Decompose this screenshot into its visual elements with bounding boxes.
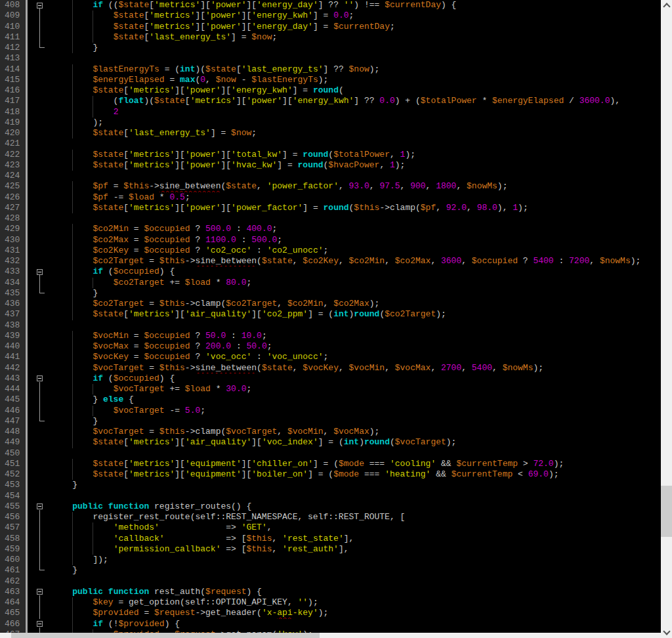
line-number[interactable]: 427 [0, 203, 28, 213]
code-line-text[interactable]: } [52, 565, 661, 576]
code-line-text[interactable]: public function register_routes() { [52, 501, 661, 512]
code-line-text[interactable]: $state['metrics']['power']['energy_kwh']… [52, 85, 661, 96]
code-line-text[interactable]: $state['metrics']['air_quality']['voc_in… [52, 437, 661, 448]
line-number[interactable]: 448 [0, 427, 28, 437]
code-line-text[interactable] [52, 213, 661, 224]
line-number[interactable]: 410 [0, 22, 28, 32]
line-number[interactable]: 436 [0, 299, 28, 309]
line-number[interactable]: 434 [0, 278, 28, 288]
line-number[interactable]: 412 [0, 43, 28, 53]
line-number[interactable]: 441 [0, 352, 28, 362]
code-line-text[interactable]: $vocTarget = $this->sine_between($state,… [52, 363, 661, 373]
line-number[interactable]: 453 [0, 480, 28, 490]
line-number[interactable]: 438 [0, 320, 28, 331]
line-number[interactable]: 408 [0, 0, 28, 11]
line-number[interactable]: 428 [0, 213, 28, 224]
line-number[interactable]: 419 [0, 117, 28, 128]
line-number[interactable]: 431 [0, 245, 28, 256]
horizontal-scrollbar[interactable] [0, 633, 661, 638]
line-number[interactable]: 456 [0, 512, 28, 522]
code-line-text[interactable] [52, 53, 661, 64]
code-line-text[interactable]: $co2Target = $this->sine_between($state,… [52, 256, 661, 266]
fold-collapse-toggle-icon[interactable] [37, 589, 43, 595]
fold-collapse-toggle-icon[interactable] [37, 3, 43, 9]
code-line-text[interactable]: $state['metrics']['equipment']['boiler_o… [52, 469, 661, 480]
vertical-scrollbar[interactable] [661, 0, 672, 638]
line-number[interactable]: 458 [0, 534, 28, 544]
line-number[interactable]: 411 [0, 32, 28, 43]
code-line-text[interactable]: } [52, 480, 661, 490]
fold-collapse-toggle-icon[interactable] [37, 621, 43, 627]
code-line-text[interactable]: $co2Key = $occupied ? 'co2_occ' : 'co2_u… [52, 245, 661, 256]
line-number[interactable]: 435 [0, 288, 28, 299]
code-line-text[interactable]: $state['last_energy_ts'] = $now; [52, 32, 661, 43]
code-line-text[interactable]: $state['metrics']['power']['total_kw'] =… [52, 150, 661, 160]
fold-collapse-toggle-icon[interactable] [37, 503, 43, 509]
line-number[interactable]: 443 [0, 373, 28, 384]
line-number[interactable]: 415 [0, 75, 28, 85]
code-line-text[interactable] [52, 138, 661, 149]
code-line-text[interactable]: $key = get_option(self::OPTION_API_KEY, … [52, 597, 661, 608]
line-number[interactable]: 417 [0, 96, 28, 106]
line-number[interactable]: 439 [0, 331, 28, 341]
code-line-text[interactable]: $co2Max = $occupied ? 1100.0 : 500.0; [52, 235, 661, 245]
line-number[interactable]: 464 [0, 597, 28, 608]
line-number[interactable]: 430 [0, 235, 28, 245]
code-line-text[interactable] [52, 491, 661, 501]
line-number[interactable]: 460 [0, 555, 28, 565]
code-line-text[interactable] [52, 576, 661, 587]
line-number[interactable]: 462 [0, 576, 28, 587]
line-number[interactable]: 451 [0, 459, 28, 469]
line-number[interactable]: 455 [0, 501, 28, 512]
line-number[interactable]: 413 [0, 53, 28, 64]
code-line-text[interactable] [52, 171, 661, 181]
code-line-text[interactable]: $state['last_energy_ts'] = $now; [52, 128, 661, 138]
line-number[interactable]: 440 [0, 341, 28, 352]
code-line-text[interactable]: $vocTarget -= 5.0; [52, 406, 661, 416]
code-line-text[interactable]: $state['metrics']['power']['hvac_kw'] = … [52, 160, 661, 171]
line-number[interactable]: 425 [0, 181, 28, 192]
line-number[interactable]: 461 [0, 565, 28, 576]
code-line-text[interactable]: $vocTarget = $this->clamp($vocTarget, $v… [52, 427, 661, 437]
line-number[interactable]: 424 [0, 171, 28, 181]
line-number[interactable]: 466 [0, 619, 28, 629]
line-number[interactable]: 437 [0, 309, 28, 320]
line-number[interactable]: 433 [0, 266, 28, 277]
code-line-text[interactable]: $vocMin = $occupied ? 50.0 : 10.0; [52, 331, 661, 341]
code-line-text[interactable]: $state['metrics']['equipment']['chiller_… [52, 459, 661, 469]
line-number[interactable]: 416 [0, 85, 28, 96]
code-line-text[interactable]: if (!$provided) { [52, 619, 661, 629]
code-line-text[interactable]: 'callback' => [$this, 'rest_state'], [52, 534, 661, 544]
line-number[interactable]: 449 [0, 437, 28, 448]
code-line-text[interactable]: (float)($state['metrics']['power']['ener… [52, 96, 661, 106]
line-number[interactable]: 421 [0, 138, 28, 149]
line-number[interactable]: 445 [0, 394, 28, 405]
code-line-text[interactable]: if ($occupied) { [52, 373, 661, 384]
code-line-text[interactable] [52, 320, 661, 331]
line-number[interactable]: 457 [0, 522, 28, 533]
code-line-text[interactable]: $state['metrics']['air_quality']['co2_pp… [52, 309, 661, 320]
line-number[interactable]: 422 [0, 150, 28, 160]
scroll-down-arrow-button[interactable] [661, 627, 672, 638]
code-line-text[interactable]: $state['metrics']['power']['power_factor… [52, 203, 661, 213]
code-line-text[interactable]: } [52, 43, 661, 53]
code-area[interactable]: 408 if (($state['metrics']['power']['ene… [0, 0, 661, 633]
vertical-scroll-thumb[interactable] [661, 486, 672, 537]
code-line-text[interactable]: $provided = $request->get_header('x-api-… [52, 608, 661, 618]
code-line-text[interactable]: $vocTarget += $load * 30.0; [52, 384, 661, 394]
code-line-text[interactable]: $vocMax = $occupied ? 200.0 : 50.0; [52, 341, 661, 352]
code-line-text[interactable]: $co2Target = $this->clamp($co2Target, $c… [52, 299, 661, 309]
code-line-text[interactable]: register_rest_route(self::REST_NAMESPACE… [52, 512, 661, 522]
line-number[interactable]: 423 [0, 160, 28, 171]
line-number[interactable]: 414 [0, 64, 28, 75]
code-line-text[interactable]: $co2Min = $occupied ? 500.0 : 400.0; [52, 224, 661, 234]
code-line-text[interactable]: if ($occupied) { [52, 266, 661, 277]
line-number[interactable]: 429 [0, 224, 28, 234]
code-line-text[interactable]: $energyElapsed = max(0, $now - $lastEner… [52, 75, 661, 85]
line-number[interactable]: 465 [0, 608, 28, 618]
code-line-text[interactable] [52, 448, 661, 459]
line-number[interactable]: 452 [0, 469, 28, 480]
line-number[interactable]: 450 [0, 448, 28, 459]
line-number[interactable]: 420 [0, 128, 28, 138]
line-number[interactable]: 463 [0, 587, 28, 597]
